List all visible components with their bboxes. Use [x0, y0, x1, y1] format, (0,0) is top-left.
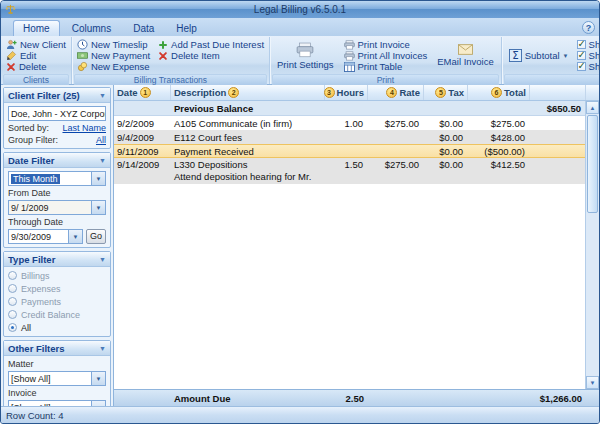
- column-header-tax[interactable]: 5 Tax: [424, 85, 468, 100]
- delete-item-button[interactable]: Delete Item: [156, 50, 266, 61]
- new-client-button[interactable]: New Client: [4, 39, 68, 50]
- client-select[interactable]: Doe, John - XYZ Corporation ▼: [8, 106, 106, 121]
- date-filter-header[interactable]: Date Filter ▼: [4, 153, 110, 168]
- checkbox-checked-icon: [577, 40, 586, 49]
- table-row-selected[interactable]: 9/11/2009 Payment Received $0.00 ($500.0…: [114, 144, 585, 158]
- date-filter-panel: Date Filter ▼ This Month ▼ From Date 9/ …: [3, 152, 111, 248]
- ribbon-tab-row: Home Columns Data Help ?: [1, 18, 599, 36]
- chevron-down-icon: ▼: [91, 372, 105, 385]
- print-invoice-button[interactable]: Print Invoice: [342, 39, 430, 50]
- date-preset-select[interactable]: This Month ▼: [8, 171, 106, 186]
- printer-icon: [296, 42, 314, 58]
- app-window: Legal Billing v6.5.0.1 Home Columns Data…: [0, 0, 600, 424]
- pencil-icon: [6, 50, 17, 61]
- edit-button[interactable]: Edit: [4, 50, 68, 61]
- status-bar: Row Count: 4: [1, 406, 599, 423]
- from-date-input[interactable]: 9/ 1/2009 ▼: [8, 200, 106, 215]
- sorted-by-link[interactable]: Last Name: [62, 123, 106, 133]
- coins-icon: [77, 61, 88, 72]
- radio-icon: [8, 284, 17, 293]
- other-filters-header[interactable]: Other Filters ▼: [4, 341, 110, 356]
- filter-sidebar: Client Filter (25) ▼ Doe, John - XYZ Cor…: [1, 85, 113, 406]
- through-date-input[interactable]: 9/30/2009 ▼: [8, 229, 83, 244]
- grid-footer-row: Amount Due 2.50 $1,266.00: [114, 389, 599, 406]
- table-row[interactable]: 9/14/2009 L330 Depositions Attend deposi…: [114, 158, 585, 184]
- matter-select[interactable]: [Show All] ▼: [8, 371, 106, 386]
- printer-icon: [344, 40, 355, 50]
- scroll-up-icon[interactable]: ▲: [586, 101, 599, 114]
- main-area: Client Filter (25) ▼ Doe, John - XYZ Cor…: [1, 85, 599, 406]
- table-row[interactable]: 9/2/2009 A105 Communicate (in firm) 1.00…: [114, 116, 585, 130]
- new-payment-button[interactable]: New Payment: [75, 50, 152, 61]
- tab-data[interactable]: Data: [123, 20, 164, 36]
- envelope-icon: [458, 44, 473, 55]
- radio-credit-balance[interactable]: Credit Balance: [8, 309, 106, 320]
- column-header-total[interactable]: 6 Total: [468, 85, 530, 100]
- column-header-rate[interactable]: 4 Rate: [368, 85, 424, 100]
- ribbon-group-billing-transactions: New Timeslip New Payment New Expense Add: [72, 37, 270, 84]
- grid-header-row: Date 1 Description 2 3 Hours 4 Rate 5: [114, 85, 599, 101]
- scrollbar-thumb[interactable]: [587, 115, 598, 213]
- clock-icon: [77, 39, 88, 50]
- type-filter-header[interactable]: Type Filter ▼: [4, 252, 110, 267]
- go-button[interactable]: Go: [86, 229, 106, 244]
- chevron-down-icon: ▼: [68, 230, 82, 243]
- plus-icon: [158, 40, 168, 50]
- filter-badge[interactable]: 3: [324, 87, 335, 98]
- show-bands-checkbox[interactable]: Show Bands: [577, 61, 600, 72]
- radio-selected-icon: [8, 323, 17, 332]
- total-hours-value: 2.50: [325, 393, 368, 404]
- radio-payments[interactable]: Payments: [8, 296, 106, 307]
- filter-badge[interactable]: 2: [228, 87, 239, 98]
- ribbon: New Client Edit Delete Clients: [1, 36, 599, 85]
- add-past-due-interest-button[interactable]: Add Past Due Interest: [156, 39, 266, 50]
- tab-home[interactable]: Home: [13, 20, 60, 36]
- filter-badge[interactable]: 6: [491, 87, 502, 98]
- client-filter-panel: Client Filter (25) ▼ Doe, John - XYZ Cor…: [3, 87, 111, 149]
- radio-icon: [8, 310, 17, 319]
- table-row[interactable]: 9/4/2009 E112 Court fees $0.00 $428.00: [114, 130, 585, 144]
- chevron-down-icon: ▼: [99, 256, 106, 263]
- sorted-by-label: Sorted by:: [8, 123, 49, 133]
- tab-columns[interactable]: Columns: [62, 20, 121, 36]
- filter-badge[interactable]: 4: [386, 87, 397, 98]
- new-expense-button[interactable]: New Expense: [75, 61, 152, 72]
- ribbon-group-view-options: Σ Subtotal ▼ Show Comments Show Previous…: [502, 37, 600, 84]
- band-row-previous-balance: Previous Balance $650.50: [114, 101, 585, 116]
- column-header-hours[interactable]: 3 Hours: [325, 85, 368, 100]
- filter-badge[interactable]: 1: [140, 87, 151, 98]
- scroll-down-icon[interactable]: ▼: [586, 376, 599, 389]
- type-filter-panel: Type Filter ▼ Billings Expenses Payments: [3, 251, 111, 337]
- chevron-down-icon: ▼: [99, 157, 106, 164]
- print-settings-button[interactable]: Print Settings: [273, 38, 338, 73]
- checkbox-checked-icon: [577, 62, 586, 71]
- filter-badge[interactable]: 5: [435, 87, 446, 98]
- print-all-invoices-button[interactable]: Print All Invoices: [342, 50, 430, 61]
- radio-expenses[interactable]: Expenses: [8, 283, 106, 294]
- delete-button[interactable]: Delete: [4, 61, 68, 72]
- chevron-down-icon: ▼: [91, 201, 105, 214]
- email-invoice-button[interactable]: EMail Invoice: [433, 38, 498, 73]
- matter-label: Matter: [8, 359, 106, 369]
- table-icon: [344, 62, 355, 72]
- radio-billings[interactable]: Billings: [8, 270, 106, 281]
- column-header-description[interactable]: Description 2: [171, 85, 325, 100]
- radio-icon: [8, 297, 17, 306]
- radio-icon: [8, 271, 17, 280]
- through-date-label: Through Date: [8, 217, 106, 227]
- tab-help[interactable]: Help: [166, 20, 207, 36]
- print-table-button[interactable]: Print Table: [342, 61, 430, 72]
- client-filter-header[interactable]: Client Filter (25) ▼: [4, 88, 110, 103]
- title-bar: Legal Billing v6.5.0.1: [1, 1, 599, 18]
- radio-all[interactable]: All: [8, 322, 106, 333]
- group-filter-link[interactable]: All: [96, 135, 106, 145]
- person-add-icon: [6, 39, 17, 50]
- help-icon[interactable]: ?: [582, 21, 595, 34]
- invoice-label: Invoice: [8, 388, 106, 398]
- grid-rows: Previous Balance $650.50 9/2/2009 A105 C…: [114, 101, 585, 389]
- column-header-date[interactable]: Date 1: [114, 85, 171, 100]
- subtotal-button[interactable]: Σ Subtotal ▼: [505, 38, 573, 73]
- chevron-down-icon: ▼: [99, 92, 106, 99]
- new-timeslip-button[interactable]: New Timeslip: [75, 39, 152, 50]
- vertical-scrollbar[interactable]: ▲ ▼: [585, 101, 599, 389]
